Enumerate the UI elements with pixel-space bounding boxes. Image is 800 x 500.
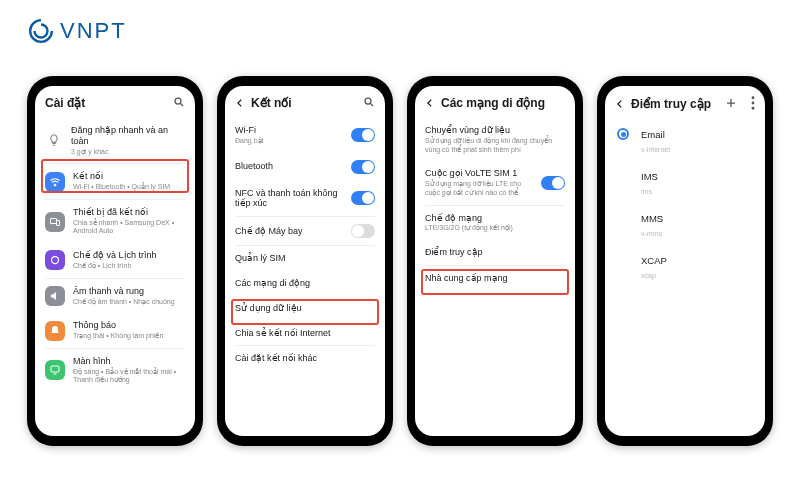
- back-icon[interactable]: [235, 98, 245, 108]
- toggle-switch[interactable]: [351, 128, 375, 142]
- settings-item-icon: [45, 212, 65, 232]
- brand-name: VNPT: [60, 18, 127, 44]
- connections-item[interactable]: Chia sẻ kết nối Internet: [225, 321, 385, 346]
- apn-value: xcap: [641, 272, 656, 279]
- settings-item[interactable]: Thông báoTrạng thái • Không làm phiền: [35, 313, 195, 348]
- more-icon[interactable]: [751, 96, 755, 112]
- svg-point-0: [175, 98, 181, 104]
- mobile-networks-title: Các mạng di động: [441, 96, 565, 110]
- connections-item[interactable]: Wi-FiĐang bật: [225, 118, 385, 153]
- apn-item[interactable]: IMSims: [605, 163, 765, 205]
- settings-item-subtitle: Chế độ âm thanh • Nhạc chuông: [73, 298, 185, 307]
- item-title: Chuyển vùng dữ liệu: [425, 125, 565, 136]
- back-icon[interactable]: [425, 98, 435, 108]
- svg-line-1: [181, 104, 184, 107]
- settings-item[interactable]: Kết nốiWi-Fi • Bluetooth • Quản lý SIM: [35, 164, 195, 199]
- connections-item[interactable]: NFC và thanh toán không tiếp xúc: [225, 181, 385, 217]
- mobile-network-item[interactable]: Điểm truy cập: [415, 240, 575, 265]
- item-title: Các mạng di động: [235, 278, 375, 289]
- svg-rect-3: [51, 218, 57, 223]
- suggestion-tip[interactable]: Đăng nhập nhanh và an toàn 3 gợi ý khác: [35, 118, 195, 163]
- settings-item-subtitle: Độ sáng • Bảo vệ mắt thoải mái • Thanh đ…: [73, 368, 185, 386]
- search-icon[interactable]: [363, 96, 375, 110]
- item-title: Wi-Fi: [235, 125, 343, 136]
- lightbulb-icon: [45, 133, 63, 149]
- apn-value: v-internet: [641, 146, 670, 153]
- svg-rect-4: [57, 220, 60, 225]
- toggle-switch[interactable]: [351, 160, 375, 174]
- phone-row: Cài đặt Đăng nhập nhanh và an toàn 3 gợi…: [0, 76, 800, 446]
- apn-item[interactable]: MMSv-mms: [605, 205, 765, 247]
- toggle-switch[interactable]: [351, 191, 375, 205]
- apn-name: XCAP: [641, 255, 753, 266]
- svg-rect-6: [51, 366, 59, 372]
- connections-item[interactable]: Bluetooth: [225, 153, 385, 181]
- apn-value: ims: [641, 188, 652, 195]
- connections-item[interactable]: Cài đặt kết nối khác: [225, 346, 385, 371]
- settings-item-subtitle: Trạng thái • Không làm phiền: [73, 332, 185, 341]
- settings-item-icon: [45, 321, 65, 341]
- settings-item[interactable]: Màn hìnhĐộ sáng • Bảo vệ mắt thoải mái •…: [35, 349, 195, 392]
- brand-logo: VNPT: [28, 18, 127, 44]
- settings-item-title: Chế độ và Lịch trình: [73, 250, 185, 261]
- mobile-network-item[interactable]: Cuộc gọi VoLTE SIM 1Sử dụng mạng dữ liệu…: [415, 161, 575, 204]
- phone-1: Cài đặt Đăng nhập nhanh và an toàn 3 gợi…: [27, 76, 203, 446]
- mobile-network-item[interactable]: Nhà cung cấp mạng: [415, 266, 575, 291]
- settings-item-title: Thông báo: [73, 320, 185, 331]
- settings-item-icon: [45, 250, 65, 270]
- item-title: Cài đặt kết nối khác: [235, 353, 375, 364]
- connections-item[interactable]: Quản lý SIM: [225, 246, 385, 271]
- phone-3: Các mạng di động Chuyển vùng dữ liệuSử d…: [407, 76, 583, 446]
- toggle-switch[interactable]: [541, 176, 565, 190]
- mobile-network-item[interactable]: Chế độ mạngLTE/3G/2G (tự động kết nối): [415, 206, 575, 241]
- connections-item[interactable]: Chế độ Máy bay: [225, 217, 385, 245]
- item-subtitle: LTE/3G/2G (tự động kết nối): [425, 224, 565, 233]
- apn-value: v-mms: [641, 230, 662, 237]
- item-title: Cuộc gọi VoLTE SIM 1: [425, 168, 533, 179]
- apn-title: Điểm truy cập: [631, 97, 719, 111]
- item-title: Điểm truy cập: [425, 247, 565, 258]
- settings-item-subtitle: Chế độ • Lịch trình: [73, 262, 185, 271]
- toggle-switch[interactable]: [351, 224, 375, 238]
- back-icon[interactable]: [615, 99, 625, 109]
- item-title: Bluetooth: [235, 161, 343, 172]
- connections-title: Kết nối: [251, 96, 357, 110]
- item-title: Sử dụng dữ liệu: [235, 303, 375, 314]
- settings-item-title: Màn hình: [73, 356, 185, 367]
- svg-point-8: [365, 98, 371, 104]
- svg-line-9: [371, 104, 374, 107]
- apn-item[interactable]: Emailv-internet: [605, 120, 765, 163]
- settings-item-subtitle: Chia sẻ nhanh • Samsung DeX • Android Au…: [73, 219, 185, 237]
- item-title: Nhà cung cấp mạng: [425, 273, 565, 284]
- settings-item-title: Âm thanh và rung: [73, 286, 185, 297]
- svg-point-13: [752, 102, 755, 105]
- settings-item-subtitle: Wi-Fi • Bluetooth • Quản lý SIM: [73, 183, 185, 192]
- apn-name: Email: [641, 129, 753, 140]
- settings-item[interactable]: Thiết bị đã kết nốiChia sẻ nhanh • Samsu…: [35, 200, 195, 243]
- apn-name: MMS: [641, 213, 753, 224]
- apn-name: IMS: [641, 171, 753, 182]
- apn-item[interactable]: XCAPxcap: [605, 247, 765, 289]
- settings-item-icon: [45, 360, 65, 380]
- item-subtitle: Đang bật: [235, 137, 343, 146]
- svg-point-14: [752, 107, 755, 110]
- settings-item-icon: [45, 286, 65, 306]
- item-subtitle: Sử dụng dữ liệu di động khi đang chuyển …: [425, 137, 565, 155]
- svg-point-12: [752, 96, 755, 99]
- settings-item-icon: [45, 172, 65, 192]
- search-icon[interactable]: [173, 96, 185, 110]
- connections-item[interactable]: Sử dụng dữ liệu: [225, 296, 385, 321]
- item-subtitle: Sử dụng mạng dữ liệu LTE cho cuộc gọi bấ…: [425, 180, 533, 198]
- item-title: Chế độ mạng: [425, 213, 565, 224]
- phone-4: Điểm truy cập Emailv-internetIMSimsMMSv-…: [597, 76, 773, 446]
- settings-item[interactable]: Âm thanh và rungChế độ âm thanh • Nhạc c…: [35, 279, 195, 314]
- add-icon[interactable]: [725, 97, 737, 111]
- settings-item-title: Thiết bị đã kết nối: [73, 207, 185, 218]
- connections-item[interactable]: Các mạng di động: [225, 271, 385, 296]
- radio-selected-icon[interactable]: [617, 128, 629, 140]
- vnpt-swirl-icon: [28, 18, 54, 44]
- mobile-network-item[interactable]: Chuyển vùng dữ liệuSử dụng dữ liệu di độ…: [415, 118, 575, 161]
- item-title: Quản lý SIM: [235, 253, 375, 264]
- item-title: Chế độ Máy bay: [235, 226, 343, 237]
- settings-item[interactable]: Chế độ và Lịch trìnhChế độ • Lịch trình: [35, 243, 195, 278]
